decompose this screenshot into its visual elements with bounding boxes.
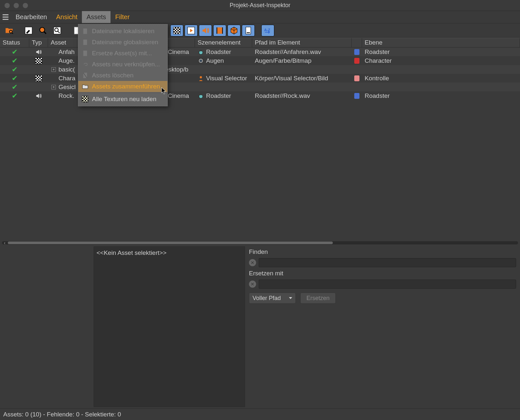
svg-point-19 — [199, 50, 203, 54]
expand-icon[interactable]: + — [51, 67, 56, 72]
menuitem-localize-filename[interactable]: Dateiname lokalisieren — [78, 26, 167, 37]
scene-name: Visual Selector — [206, 75, 247, 82]
person-icon — [198, 75, 204, 82]
layer-swatch — [352, 58, 362, 64]
layer-name: Roadster — [362, 92, 520, 99]
find-input[interactable] — [259, 258, 516, 267]
column-szenenelement[interactable]: Szenenelement — [195, 38, 252, 47]
status-ok-icon: ✔ — [0, 92, 29, 100]
menu-separator — [78, 93, 167, 93]
menuitem-delete-assets[interactable]: Assets löschen — [78, 70, 167, 81]
minimize-window-icon[interactable] — [14, 3, 19, 8]
scene-name: Roadster — [206, 92, 231, 99]
document-icon — [82, 39, 89, 46]
menu-bearbeiten[interactable]: Bearbeiten — [11, 11, 52, 23]
pfad-value: Augen/Farbe/Bitmap — [252, 57, 352, 64]
svg-point-3 — [40, 27, 45, 32]
tool-checker-icon[interactable] — [170, 25, 183, 36]
svg-rect-28 — [83, 51, 87, 56]
svg-rect-13 — [222, 27, 223, 34]
bottom-spacer — [0, 246, 94, 407]
close-window-icon[interactable] — [5, 3, 10, 8]
tool-sort-az-icon[interactable]: A-Z — [261, 25, 274, 36]
delete-icon — [82, 72, 89, 79]
menuitem-reload-textures[interactable]: Alle Texturen neu laden — [78, 94, 167, 105]
column-pfad[interactable]: Pfad im Element — [252, 38, 352, 47]
assets-dropdown-menu: Dateiname lokalisieren Dateiname globali… — [78, 24, 168, 106]
menu-assets[interactable]: Assets — [82, 11, 110, 23]
svg-text:A-Z: A-Z — [264, 28, 270, 32]
svg-line-4 — [44, 32, 46, 34]
scroll-left-icon[interactable]: ‹ — [4, 240, 6, 245]
layer-name: Roadster — [362, 48, 520, 56]
menuitem-globalize-filename[interactable]: Dateiname globalisieren — [78, 37, 167, 48]
document-icon — [82, 28, 89, 35]
folder-icon — [82, 83, 89, 90]
column-ebene[interactable]: Ebene — [362, 38, 520, 47]
type-bitmap-icon — [29, 58, 48, 64]
tool-sound-icon[interactable] — [199, 25, 212, 36]
window-controls — [0, 3, 28, 8]
find-replace-panel: Finden ✕ Ersetzen mit ✕ Voller Pfad Erse… — [245, 246, 520, 407]
titlebar: Projekt-Asset-Inspektor — [0, 0, 520, 11]
menuitem-merge-assets[interactable]: Assets zusammenführen — [78, 81, 167, 92]
svg-rect-11 — [217, 27, 222, 34]
column-ebene-color[interactable] — [352, 38, 362, 47]
scene-cell: Roadster — [195, 48, 252, 56]
type-bitmap-icon — [29, 75, 48, 82]
tool-search-icon[interactable] — [51, 25, 64, 36]
status-ok-icon: ✔ — [0, 74, 29, 83]
tool-edit-icon[interactable] — [22, 25, 35, 36]
tool-doc-dots-icon[interactable] — [242, 25, 255, 36]
pfad-value: Roadster//Rock.wav — [252, 92, 352, 99]
scene-cell: Visual Selector — [195, 75, 252, 82]
svg-point-23 — [200, 76, 202, 78]
bottom-panel: <<Kein Asset selektiert>> Finden ✕ Erset… — [0, 246, 520, 407]
scrollbar-thumb[interactable] — [8, 242, 333, 244]
tool-cube-icon[interactable] — [228, 25, 240, 36]
svg-rect-26 — [83, 29, 87, 34]
pfad-value: Körper/Visual Selector/Bild — [252, 75, 352, 82]
svg-point-22 — [200, 59, 202, 62]
column-typ[interactable]: Typ — [29, 38, 48, 47]
svg-point-16 — [248, 32, 249, 33]
type-sound-icon — [29, 93, 48, 99]
find-label: Finden — [249, 248, 516, 256]
path-mode-select[interactable]: Voller Pfad — [249, 293, 296, 304]
menu-ansicht[interactable]: Ansicht — [52, 11, 82, 23]
tool-search-orange-icon[interactable] — [36, 25, 49, 36]
column-status[interactable]: Status — [0, 38, 29, 47]
maximize-window-icon[interactable] — [23, 3, 28, 8]
pfad-value: Roadster//Anfahren.wav — [252, 48, 352, 56]
replace-input[interactable] — [259, 280, 516, 289]
tool-folder-search-icon[interactable] — [3, 25, 16, 36]
eye-icon — [198, 58, 204, 64]
clear-replace-icon[interactable]: ✕ — [249, 281, 256, 288]
status-text: Assets: 0 (10) - Fehlende: 0 - Selektier… — [3, 411, 121, 418]
svg-point-17 — [249, 32, 250, 33]
scene-cell: Roadster — [195, 92, 252, 99]
status-ok-icon: ✔ — [0, 48, 29, 56]
type-sound-icon — [29, 49, 48, 55]
replace-button[interactable]: Ersetzen — [300, 293, 336, 304]
scrollbar-horizontal[interactable]: ‹ — [2, 241, 518, 244]
layer-name: Kontrolle — [362, 75, 520, 82]
camera-icon — [198, 49, 204, 55]
layer-swatch — [352, 49, 362, 55]
menu-filter[interactable]: Filter — [110, 11, 134, 23]
expand-icon[interactable]: + — [51, 85, 56, 89]
menuitem-replace-assets[interactable]: Ersetze Asset(s) mit... — [78, 48, 167, 59]
asset-detail-panel: <<Kein Asset selektiert>> — [94, 246, 245, 407]
camera-icon — [198, 93, 204, 99]
document-icon — [82, 50, 89, 57]
svg-rect-12 — [216, 27, 217, 34]
menubar: Bearbeiten Ansicht Assets Filter — [0, 11, 520, 23]
hamburger-menu-icon[interactable] — [0, 14, 11, 20]
clear-find-icon[interactable]: ✕ — [249, 259, 256, 266]
tool-play-icon[interactable] — [185, 25, 198, 36]
tool-filmstrip-icon[interactable] — [213, 25, 226, 36]
svg-rect-25 — [200, 94, 202, 95]
layer-name: Character — [362, 57, 520, 64]
menuitem-relink-assets[interactable]: Assets neu verknüpfen... — [78, 59, 167, 70]
svg-line-1 — [12, 33, 13, 33]
